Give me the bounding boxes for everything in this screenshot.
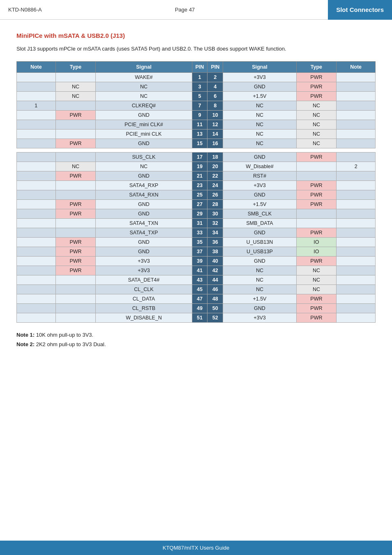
table-row: W_DISABLE_N 51 52 +3V3 PWR [17,313,376,322]
cell-signal-left: CL_DATA [96,294,192,303]
cell-type-left: PWR [55,110,96,120]
cell-type-right: NC [296,275,337,284]
cell-note-left [17,110,56,120]
cell-note-left [17,139,56,148]
cell-note-left [17,247,56,256]
cell-type-left [55,180,96,190]
cell-pin-right: 14 [208,129,223,139]
cell-signal-left: GND [96,209,192,218]
cell-signal-left: SUS_CLK [96,152,192,162]
cell-signal-right: RST# [223,171,296,180]
cell-signal-left: CL_RSTB [96,303,192,313]
cell-pin-right: 32 [208,218,223,228]
cell-note-left [17,199,56,209]
cell-signal-right: GND [223,228,296,237]
cell-note-right [337,72,376,82]
cell-note-right [337,120,376,129]
cell-type-right: PWR [296,199,337,209]
table-row: PCIE_mini CLK# 11 12 NC NC [17,120,376,129]
cell-pin-right: 34 [208,228,223,237]
cell-signal-left: GND [96,110,192,120]
col-pin-left: PIN [192,61,208,72]
cell-signal-left: SATA4_TXP [96,228,192,237]
table-row: PWR GND 27 28 +1.5V PWR [17,199,376,209]
cell-pin-right: 40 [208,256,223,266]
table-row: WAKE# 1 2 +3V3 PWR [17,72,376,82]
table-row: NC NC 5 6 +1.5V PWR [17,91,376,101]
cell-note-right [337,228,376,237]
cell-type-left [55,228,96,237]
cell-type-right: IO [296,237,337,247]
cell-note-right: 2 [337,162,376,171]
cell-pin-right: 18 [208,152,223,162]
cell-pin-left: 19 [192,162,208,171]
cell-pin-right: 10 [208,110,223,120]
cell-pin-right: 38 [208,247,223,256]
cell-note-left [17,209,56,218]
cell-note-left [17,284,56,294]
cell-pin-right: 28 [208,199,223,209]
cell-pin-left: 17 [192,152,208,162]
cell-pin-left: 29 [192,209,208,218]
cell-note-left [17,218,56,228]
cell-signal-left: GND [96,247,192,256]
cell-note-right [337,247,376,256]
cell-signal-right: +3V3 [223,72,296,82]
cell-type-left [55,284,96,294]
cell-note-right [337,82,376,91]
cell-note-right [337,190,376,199]
cell-type-left: PWR [55,171,96,180]
table-row: PWR +3V3 41 42 NC NC [17,266,376,275]
cell-type-right: PWR [296,82,337,91]
cell-pin-left: 23 [192,180,208,190]
cell-pin-left: 7 [192,101,208,110]
cell-note-right [337,171,376,180]
table-row: PWR GND 35 36 U_USB13N IO [17,237,376,247]
cell-type-right: PWR [296,294,337,303]
cell-note-left [17,91,56,101]
cell-note-left [17,228,56,237]
cell-note-right [337,313,376,322]
cell-type-right: NC [296,120,337,129]
cell-note-left [17,180,56,190]
cell-note-right [337,152,376,162]
cell-pin-left: 35 [192,237,208,247]
cell-pin-right: 12 [208,120,223,129]
cell-note-right [337,303,376,313]
cell-type-right: NC [296,110,337,120]
pin-table: Note Type Signal PIN PIN Signal Type Not… [16,61,376,323]
cell-type-right: NC [296,139,337,148]
cell-signal-right: NC [223,284,296,294]
cell-note-left [17,72,56,82]
cell-signal-right: GND [223,152,296,162]
table-row: PWR GND 15 16 NC NC [17,139,376,148]
col-type-right: Type [296,61,337,72]
cell-pin-right: 30 [208,209,223,218]
cell-signal-left: GND [96,199,192,209]
cell-pin-left: 43 [192,275,208,284]
cell-signal-left: +3V3 [96,256,192,266]
cell-type-left [55,218,96,228]
cell-signal-left: GND [96,171,192,180]
note-1: Note 1: 10K ohm pull-up to 3V3. [16,330,376,340]
cell-pin-left: 1 [192,72,208,82]
page-header: KTD-N0886-A Page 47 Slot Connectors [0,0,392,20]
cell-pin-left: 47 [192,294,208,303]
table-row: PWR +3V3 39 40 GND PWR [17,256,376,266]
cell-type-left: PWR [55,247,96,256]
cell-type-right [296,162,337,171]
table-row: SATA4_RXP 23 24 +3V3 PWR [17,180,376,190]
table-row: SATA4_TXN 31 32 SMB_DATA [17,218,376,228]
cell-pin-right: 52 [208,313,223,322]
table-row: PWR GND 9 10 NC NC [17,110,376,120]
cell-pin-left: 31 [192,218,208,228]
cell-pin-right: 16 [208,139,223,148]
cell-pin-left: 41 [192,266,208,275]
cell-signal-left: PCIE_mini CLK [96,129,192,139]
table-row: PCIE_mini CLK 13 14 NC NC [17,129,376,139]
note-2: Note 2: 2K2 ohm pull-up to 3V3 Dual. [16,340,376,349]
cell-note-left: 1 [17,101,56,110]
cell-pin-left: 25 [192,190,208,199]
table-row: SUS_CLK 17 18 GND PWR [17,152,376,162]
cell-pin-right: 26 [208,190,223,199]
